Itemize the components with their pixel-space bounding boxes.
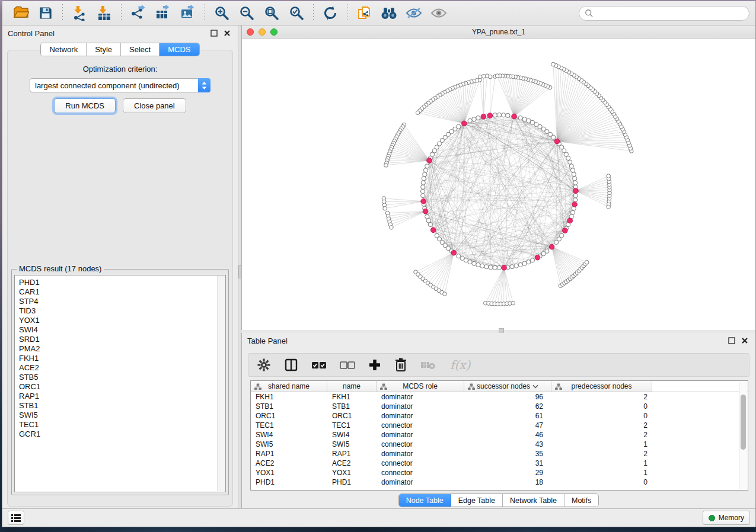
select-all-icon[interactable] — [311, 356, 327, 374]
tab-edge-table[interactable]: Edge Table — [451, 494, 503, 507]
table-row[interactable]: STB1STB1dominator620 — [251, 402, 748, 411]
mcds-result-item[interactable]: YOX1 — [19, 316, 225, 325]
search-field[interactable] — [579, 6, 749, 21]
table-cell: ORC1 — [251, 412, 327, 420]
mcds-result-item[interactable]: STB5 — [19, 373, 225, 382]
open-file-icon[interactable] — [11, 4, 31, 22]
table-row[interactable]: ACE2ACE2connector311 — [251, 459, 748, 468]
close-table-panel-icon[interactable] — [739, 335, 750, 346]
mcds-result-item[interactable]: STP4 — [19, 297, 225, 306]
mcds-result-item[interactable]: SRD1 — [19, 335, 225, 344]
tab-network-table[interactable]: Network Table — [503, 494, 564, 507]
zoom-in-icon[interactable] — [212, 4, 232, 22]
mcds-result-list[interactable]: PHD1CAR1STP4TID3YOX1SWI4SRD1PMA2FKH1ACE2… — [14, 275, 226, 492]
mcds-panel: Optimization criterion: largest connecte… — [7, 50, 233, 507]
copy-view-icon[interactable] — [354, 4, 374, 22]
mcds-result-item[interactable]: RAP1 — [19, 392, 225, 401]
table-row[interactable]: PHD1PHD1dominator180 — [251, 477, 748, 487]
import-network-icon[interactable] — [69, 4, 90, 22]
tab-style[interactable]: Style — [87, 43, 121, 56]
table-cell: 62 — [464, 402, 551, 411]
table-row[interactable]: ORC1ORC1dominator610 — [251, 411, 748, 421]
column-header-shared-name[interactable]: shared name — [251, 381, 327, 392]
delete-column-icon[interactable] — [394, 356, 407, 374]
import-table-icon[interactable] — [94, 4, 114, 22]
table-scrollbar[interactable] — [739, 382, 747, 489]
table-cell: 1 — [551, 440, 652, 448]
find-binoculars-icon[interactable] — [379, 4, 399, 22]
column-layout-icon[interactable] — [284, 356, 298, 374]
float-panel-icon[interactable] — [209, 28, 219, 39]
table-row[interactable]: SWI4SWI4dominator462 — [251, 430, 748, 440]
add-column-icon[interactable] — [368, 356, 381, 374]
control-panel-title: Control Panel — [8, 29, 55, 38]
sort-chevron-icon — [532, 384, 538, 389]
mcds-result-item[interactable]: STB1 — [19, 401, 225, 411]
zoom-selected-icon[interactable] — [286, 4, 307, 22]
table-cell: SWI4 — [251, 431, 327, 439]
memory-button[interactable]: Memory — [703, 511, 750, 525]
close-panel-icon[interactable] — [222, 28, 232, 39]
close-panel-button[interactable]: Close panel — [123, 98, 186, 113]
save-session-icon[interactable] — [36, 4, 56, 22]
table-cell: 31 — [464, 459, 551, 467]
table-cell: PHD1 — [327, 478, 377, 486]
tab-network[interactable]: Network — [41, 43, 87, 56]
control-panel-header: Control Panel — [2, 25, 238, 41]
tab-motifs[interactable]: Motifs — [564, 494, 598, 507]
column-header-name[interactable]: name — [327, 381, 377, 392]
deselect-all-icon[interactable] — [340, 356, 355, 374]
table-panel-title: Table Panel — [247, 336, 288, 345]
table-row[interactable]: YOX1YOX1connector291 — [251, 468, 748, 477]
table-cell: TEC1 — [251, 421, 327, 430]
table-panel: Table Panel f(x) shared namenameMCDS rol… — [241, 333, 755, 508]
table-cell: ACE2 — [251, 459, 327, 467]
column-header-MCDS-role[interactable]: MCDS role — [377, 381, 464, 392]
network-window: YPA_prune.txt_1 — [241, 25, 755, 330]
column-header-successor-nodes[interactable]: successor nodes — [464, 381, 551, 392]
float-table-panel-icon[interactable] — [726, 335, 737, 346]
mcds-result-item[interactable]: CAR1 — [19, 287, 225, 297]
settings-gear-icon[interactable] — [257, 356, 271, 374]
svg-text:f(x): f(x) — [450, 358, 471, 372]
table-row[interactable]: RAP1RAP1dominator352 — [251, 449, 748, 459]
zoom-fit-icon[interactable] — [261, 4, 282, 22]
export-table-icon[interactable] — [153, 4, 173, 22]
mcds-result-item[interactable]: ACE2 — [19, 363, 225, 373]
optimization-criterion-label: Optimization criterion: — [8, 65, 232, 73]
mcds-result-item[interactable]: PHD1 — [19, 278, 225, 287]
export-image-icon[interactable] — [178, 4, 198, 22]
table-row[interactable]: SWI5SWI5connector431 — [251, 440, 748, 449]
mcds-result-item[interactable]: PMA2 — [19, 344, 225, 354]
mcds-result-item[interactable]: GCR1 — [19, 430, 225, 439]
network-titlebar[interactable]: YPA_prune.txt_1 — [242, 25, 755, 39]
mcds-result-item[interactable]: TEC1 — [19, 420, 225, 430]
tab-mcds[interactable]: MCDS — [160, 43, 199, 56]
mcds-result-item[interactable]: TID3 — [19, 306, 225, 316]
table-scrollbar-thumb[interactable] — [741, 395, 746, 450]
table-row[interactable]: TEC1TEC1connector472 — [251, 421, 748, 430]
mcds-result-item[interactable]: SWI5 — [19, 411, 225, 420]
table-cell: SWI5 — [251, 440, 327, 448]
result-list-scrollbar[interactable] — [217, 276, 225, 491]
mcds-result-item[interactable]: ORC1 — [19, 382, 225, 392]
tab-node-table[interactable]: Node Table — [399, 494, 451, 507]
network-canvas[interactable] — [242, 39, 755, 330]
show-all-icon[interactable] — [429, 4, 449, 22]
column-header-predecessor-nodes[interactable]: predecessor nodes — [551, 381, 652, 392]
export-network-icon[interactable] — [128, 4, 148, 22]
search-input[interactable] — [596, 9, 744, 17]
mcds-result-item[interactable]: SWI4 — [19, 325, 225, 335]
hide-selected-icon[interactable] — [404, 4, 424, 22]
table-row[interactable]: FKH1FKH1dominator962 — [251, 392, 748, 402]
tab-select[interactable]: Select — [121, 43, 160, 56]
refresh-layout-icon[interactable] — [320, 4, 340, 22]
table-cell: 96 — [464, 393, 551, 401]
optimization-criterion-select[interactable]: largest connected component (undirected) — [30, 78, 210, 92]
optimization-criterion-value: largest connected component (undirected) — [30, 81, 198, 90]
run-mcds-button[interactable]: Run MCDS — [54, 98, 116, 113]
table-cell: 2 — [551, 431, 652, 439]
zoom-out-icon[interactable] — [237, 4, 257, 22]
mcds-result-item[interactable]: FKH1 — [19, 354, 225, 363]
task-history-button[interactable] — [8, 511, 24, 525]
